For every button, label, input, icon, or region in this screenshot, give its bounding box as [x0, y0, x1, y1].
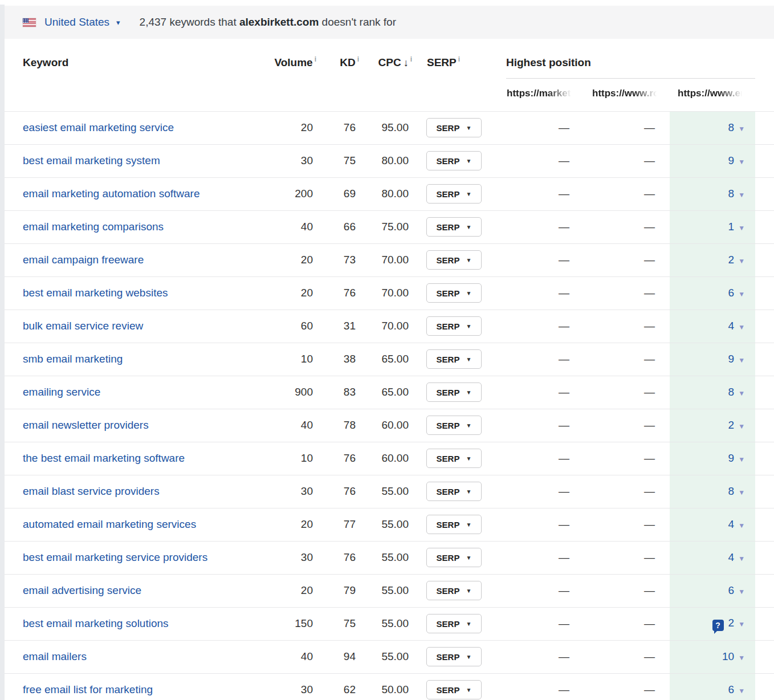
keyword-link[interactable]: email mailers [23, 650, 87, 662]
table-row: free email list for marketing 30 62 50.0… [5, 673, 774, 700]
column-header-serp: SERPi [426, 39, 499, 79]
country-selector[interactable]: United States ▾ [23, 16, 120, 29]
keyword-link[interactable]: best email marketing solutions [23, 617, 169, 629]
position-dropdown[interactable]: 2▼ [728, 254, 745, 266]
keyword-link[interactable]: smb email marketing [23, 353, 123, 365]
position-dropdown[interactable]: 8▼ [728, 188, 745, 200]
serp-dropdown-button[interactable]: SERP ▼ [426, 217, 482, 237]
position-cell-competitor-3: ?4▼ [670, 508, 755, 541]
column-header-kd[interactable]: KDi [330, 39, 373, 79]
table-row: email mailers 40 94 55.00 SERP ▼ — — ?10… [5, 640, 774, 673]
serp-dropdown-button[interactable]: SERP ▼ [426, 581, 482, 600]
keyword-link[interactable]: email marketing comparisons [23, 221, 164, 233]
keyword-link[interactable]: emailing service [23, 386, 100, 398]
info-icon[interactable]: i [315, 55, 316, 63]
serp-dropdown-button[interactable]: SERP ▼ [426, 283, 482, 303]
position-dropdown[interactable]: 9▼ [728, 452, 745, 464]
position-dropdown[interactable]: 1▼ [728, 221, 745, 233]
volume-cell: 20 [267, 508, 330, 541]
serp-dropdown-button[interactable]: SERP ▼ [426, 382, 482, 402]
cpc-cell: 55.00 [373, 475, 426, 508]
serp-dropdown-button[interactable]: SERP ▼ [426, 184, 482, 204]
us-flag-icon [23, 18, 36, 27]
spacer-column [755, 442, 774, 475]
column-header-keyword[interactable]: Keyword [5, 39, 267, 79]
spacer-column [755, 640, 774, 673]
serp-dropdown-button[interactable]: SERP ▼ [426, 118, 482, 137]
kd-cell: 76 [330, 541, 373, 574]
keyword-link[interactable]: email advertising service [23, 584, 141, 596]
question-bubble-icon[interactable]: ? [712, 620, 724, 631]
keyword-link[interactable]: bulk email service review [23, 320, 143, 332]
chevron-down-icon: ▼ [738, 158, 745, 166]
keyword-link[interactable]: email campaign freeware [23, 254, 144, 266]
position-cell-competitor-2: — [584, 607, 670, 640]
country-filter-bar: United States ▾ 2,437 keywords that alex… [5, 6, 774, 39]
serp-dropdown-button[interactable]: SERP ▼ [426, 449, 482, 468]
info-icon[interactable]: i [357, 55, 359, 63]
serp-dropdown-button[interactable]: SERP ▼ [426, 349, 482, 369]
keyword-link[interactable]: free email list for marketing [23, 683, 153, 695]
position-cell-competitor-2: — [584, 111, 670, 144]
serp-dropdown-button[interactable]: SERP ▼ [426, 482, 482, 501]
chevron-down-icon: ▼ [738, 323, 745, 331]
keyword-link[interactable]: the best email marketing software [23, 452, 185, 464]
keyword-link[interactable]: automated email marketing services [23, 518, 196, 530]
column-header-volume[interactable]: Volumei [267, 39, 330, 79]
page-left-gutter [0, 5, 5, 700]
position-cell-competitor-2: — [584, 376, 670, 409]
column-header-competitor-url-2[interactable]: https://www.ro [584, 79, 670, 111]
info-icon[interactable]: i [410, 55, 412, 63]
table-row: best email marketing system 30 75 80.00 … [5, 144, 774, 177]
keyword-link[interactable]: email marketing automation software [23, 188, 199, 200]
position-dropdown[interactable]: 2▼ [728, 419, 745, 431]
serp-dropdown-button[interactable]: SERP ▼ [426, 250, 482, 270]
position-dropdown[interactable]: 4▼ [728, 320, 745, 332]
position-dropdown[interactable]: 2▼ [728, 617, 745, 629]
column-header-competitor-url-1[interactable]: https://marketi [499, 79, 584, 111]
serp-dropdown-button[interactable]: SERP ▼ [426, 416, 482, 435]
chevron-down-icon: ▼ [738, 555, 745, 563]
spacer-column [755, 177, 774, 210]
serp-dropdown-button[interactable]: SERP ▼ [426, 614, 482, 633]
column-header-cpc[interactable]: CPC↓i [373, 39, 426, 79]
keyword-link[interactable]: email newsletter providers [23, 419, 149, 431]
chevron-down-icon: ▼ [738, 389, 745, 397]
keyword-link[interactable]: easiest email marketing service [23, 121, 174, 133]
keyword-link[interactable]: best email marketing websites [23, 287, 168, 299]
cpc-cell: 65.00 [373, 343, 426, 376]
spacer-column [755, 243, 774, 276]
position-dropdown[interactable]: 4▼ [728, 518, 745, 530]
serp-dropdown-button[interactable]: SERP ▼ [426, 151, 482, 170]
kd-cell: 31 [330, 310, 373, 343]
spacer-column [755, 574, 774, 607]
serp-dropdown-button[interactable]: SERP ▼ [426, 515, 482, 534]
chevron-down-icon: ▼ [466, 290, 471, 296]
column-header-competitor-url-3[interactable]: https://www.er [670, 79, 755, 111]
keyword-link[interactable]: email blast service providers [23, 485, 160, 497]
position-dropdown[interactable]: 6▼ [728, 287, 745, 299]
keyword-link[interactable]: best email marketing system [23, 154, 160, 166]
chevron-down-icon: ▼ [466, 555, 471, 561]
serp-dropdown-button[interactable]: SERP ▼ [426, 316, 482, 336]
position-cell-competitor-1: — [499, 508, 584, 541]
serp-dropdown-button[interactable]: SERP ▼ [426, 680, 482, 699]
info-icon[interactable]: i [458, 55, 460, 63]
keyword-link[interactable]: best email marketing service providers [23, 551, 207, 563]
position-dropdown[interactable]: 9▼ [728, 154, 745, 166]
position-dropdown[interactable]: 10▼ [722, 650, 745, 662]
position-dropdown[interactable]: 6▼ [728, 584, 745, 596]
position-dropdown[interactable]: 8▼ [728, 386, 745, 398]
position-dropdown[interactable]: 6▼ [728, 683, 745, 695]
position-dropdown[interactable]: 9▼ [728, 353, 745, 365]
position-dropdown[interactable]: 8▼ [728, 485, 745, 497]
position-cell-competitor-1: — [499, 541, 584, 574]
position-cell-competitor-1: — [499, 276, 584, 310]
serp-dropdown-button[interactable]: SERP ▼ [426, 647, 482, 666]
serp-dropdown-button[interactable]: SERP ▼ [426, 548, 482, 567]
position-cell-competitor-1: — [499, 343, 584, 376]
position-dropdown[interactable]: 8▼ [728, 121, 745, 133]
chevron-down-icon: ▼ [466, 621, 471, 627]
position-dropdown[interactable]: 4▼ [728, 551, 745, 563]
spacer-column [755, 343, 774, 376]
